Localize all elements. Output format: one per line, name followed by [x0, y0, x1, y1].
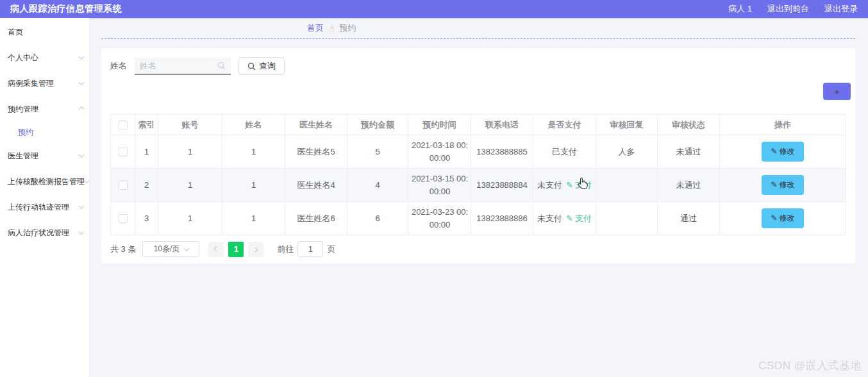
- breadcrumb: 首页 ☝ 预约: [101, 18, 855, 39]
- cell-phone: 13823888885: [471, 135, 533, 169]
- pencil-icon: ✎: [771, 214, 777, 222]
- column-header: 预约时间: [408, 115, 471, 135]
- chevron-down-icon: [79, 54, 84, 59]
- sidebar-item-label: 个人中心: [8, 53, 38, 63]
- sidebar-subitem[interactable]: 预约: [0, 122, 89, 143]
- column-header: 联系电话: [471, 115, 533, 135]
- column-header: 审核状态: [658, 115, 720, 135]
- sidebar-item[interactable]: 个人中心: [0, 45, 89, 71]
- app-title: 病人跟踪治疗信息管理系统: [10, 3, 122, 15]
- edit-button[interactable]: ✎修改: [762, 142, 803, 162]
- column-header: 是否支付: [533, 115, 596, 135]
- cell-status: 未通过: [658, 169, 720, 202]
- cell-doctor: 医生姓名5: [285, 135, 347, 169]
- cell-pay: 已支付: [533, 135, 596, 169]
- pay-link[interactable]: ✎支付: [566, 180, 592, 190]
- chevron-right-icon: [253, 247, 258, 252]
- edit-button[interactable]: ✎修改: [762, 175, 803, 195]
- sidebar-item[interactable]: 病例采集管理: [0, 71, 89, 96]
- appointments-table: 索引账号姓名医生姓名预约金额预约时间联系电话是否支付审核回复审核状态操作 111…: [110, 114, 846, 235]
- search-icon: [247, 62, 256, 71]
- cell-actions: ✎修改: [720, 135, 846, 169]
- cell-amount: 6: [347, 202, 408, 235]
- cell-time: 2021-03-23 00:00:00: [408, 202, 471, 235]
- sidebar-item-label: 病人治疗状况管理: [8, 228, 69, 239]
- cell-name: 1: [222, 135, 285, 169]
- cell-account: 1: [158, 135, 222, 169]
- sidebar-item-label: 预约管理: [8, 104, 38, 115]
- column-header: 审核回复: [596, 115, 658, 135]
- content-card: 姓名 查询 + 索引账号姓名医生姓名预约金额预约时间联系电话是否: [101, 48, 855, 264]
- page-number-active[interactable]: 1: [228, 242, 244, 257]
- cell-doctor: 医生姓名6: [285, 202, 347, 235]
- pay-status: 已支付: [552, 147, 577, 156]
- sidebar-item[interactable]: 病人治疗状况管理: [0, 220, 89, 246]
- query-button-label: 查询: [259, 60, 276, 72]
- table-body: 111医生姓名552021-03-18 00:00:0013823888885已…: [111, 135, 846, 235]
- chevron-down-icon: [184, 246, 189, 251]
- breadcrumb-home-link[interactable]: 首页: [307, 22, 324, 34]
- cell-reply: [596, 169, 658, 202]
- sidebar-item[interactable]: 医生管理: [0, 143, 89, 169]
- chevron-up-icon: [79, 106, 84, 112]
- row-checkbox[interactable]: [119, 214, 128, 223]
- edit-button[interactable]: ✎修改: [762, 208, 803, 228]
- chevron-down-icon: [79, 152, 84, 157]
- chevron-down-icon: [79, 229, 84, 234]
- sidebar-menu: 首页个人中心病例采集管理预约管理预约医生管理上传核酸检测报告管理上传行动轨迹管理…: [0, 18, 90, 377]
- cell-actions: ✎修改: [720, 202, 846, 235]
- sidebar-item[interactable]: 首页: [0, 19, 89, 45]
- cell-phone: 13823888884: [471, 169, 533, 202]
- exit-to-front-link[interactable]: 退出到前台: [767, 3, 809, 15]
- pointing-hand-icon: ☝: [329, 24, 335, 33]
- cell-status: 未通过: [658, 135, 720, 169]
- page-size-select[interactable]: 10条/页: [142, 241, 199, 257]
- pagination-total: 共 3 条: [110, 244, 136, 255]
- name-search-input[interactable]: [140, 61, 213, 71]
- cell-time: 2021-03-15 00:00:00: [408, 169, 471, 202]
- table-row[interactable]: 111医生姓名552021-03-18 00:00:0013823888885已…: [111, 135, 846, 169]
- chevron-left-icon: [214, 246, 219, 251]
- current-user[interactable]: 病人 1: [728, 3, 752, 15]
- sidebar-item[interactable]: 上传核酸检测报告管理: [0, 169, 89, 194]
- select-all-checkbox[interactable]: [119, 121, 128, 130]
- chevron-down-icon: [84, 178, 89, 183]
- cell-actions: ✎修改: [720, 169, 846, 202]
- table-row[interactable]: 311医生姓名662021-03-23 00:00:0013823888886未…: [111, 202, 846, 235]
- row-checkbox[interactable]: [119, 147, 128, 156]
- top-header: 病人跟踪治疗信息管理系统 病人 1 退出到前台 退出登录: [0, 0, 868, 18]
- sidebar-item-label: 病例采集管理: [8, 78, 54, 89]
- logout-link[interactable]: 退出登录: [824, 3, 858, 15]
- pay-link[interactable]: ✎支付: [566, 214, 592, 223]
- edit-icon: ✎: [566, 180, 573, 190]
- name-search-field[interactable]: [135, 58, 231, 75]
- next-page-button[interactable]: [248, 242, 263, 257]
- sidebar-item-label: 上传行动轨迹管理: [8, 202, 69, 213]
- cell-phone: 13823888886: [471, 202, 533, 235]
- column-header: 账号: [158, 115, 222, 135]
- cell-status: 通过: [658, 202, 720, 235]
- chevron-down-icon: [79, 203, 84, 208]
- sidebar-item-label: 首页: [8, 27, 23, 38]
- chevron-down-icon: [79, 80, 84, 85]
- cell-name: 1: [222, 169, 285, 202]
- sidebar-item-label: 上传核酸检测报告管理: [8, 176, 85, 187]
- cell-account: 1: [158, 169, 222, 202]
- cell-account: 1: [158, 202, 222, 235]
- goto-page-input[interactable]: [297, 241, 323, 257]
- column-header: 预约金额: [347, 115, 408, 135]
- table-row[interactable]: 211医生姓名442021-03-15 00:00:0013823888884未…: [111, 169, 846, 202]
- cell-index: 1: [135, 135, 158, 169]
- add-button[interactable]: +: [823, 83, 851, 100]
- pagination: 共 3 条 10条/页 1 前往 页: [110, 241, 846, 257]
- sidebar-item[interactable]: 预约管理: [0, 96, 89, 122]
- row-checkbox[interactable]: [119, 181, 128, 190]
- search-label: 姓名: [110, 60, 127, 72]
- main-content: 首页 ☝ 预约 姓名 查询 +: [90, 18, 868, 377]
- prev-page-button[interactable]: [208, 242, 224, 257]
- query-button[interactable]: 查询: [238, 57, 285, 75]
- column-header: 索引: [135, 115, 158, 135]
- sidebar-item[interactable]: 上传行动轨迹管理: [0, 194, 89, 220]
- pay-status: 未支付: [537, 180, 562, 190]
- cell-amount: 4: [347, 169, 408, 202]
